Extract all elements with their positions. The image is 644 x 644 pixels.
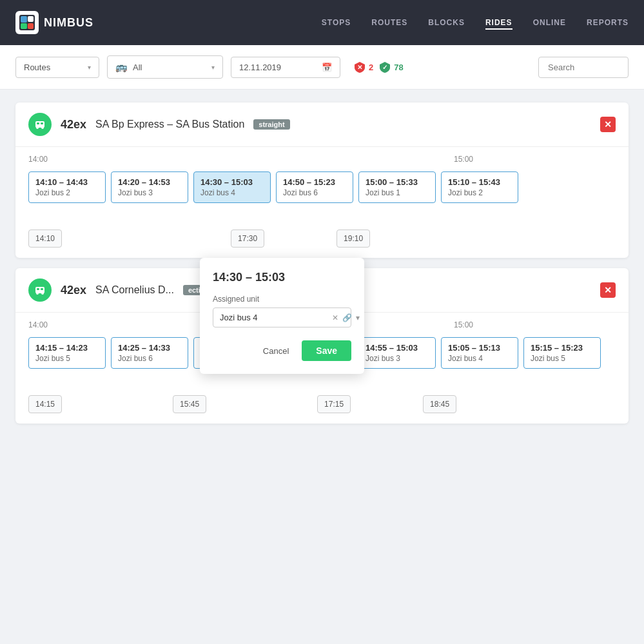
all-label: All — [133, 63, 142, 72]
svg-point-9 — [41, 126, 44, 129]
ride-bus: Jozi bus 2 — [448, 188, 511, 197]
assigned-unit-input[interactable] — [220, 313, 328, 322]
ride-time: 15:15 – 15:23 — [531, 343, 594, 353]
ride-card-2-7[interactable]: 15:15 – 15:23 Jozi bus 5 — [523, 337, 601, 369]
routes-select[interactable]: Routes ▾ — [15, 57, 99, 78]
timeline-1: 14:00 15:00 14:10 – 14:43 Jozi bus 2 14:… — [15, 147, 629, 258]
ride-card-1-6[interactable]: 15:10 – 15:43 Jozi bus 2 — [441, 171, 518, 203]
ride-popup: 14:30 – 15:03 Assigned unit ✕ 🔗 ▾ Cancel… — [200, 258, 364, 374]
bottom-time-2-1: 14:15 — [28, 395, 62, 413]
badge-red-count: 2 — [369, 63, 373, 72]
ride-bus: Jozi bus 6 — [283, 188, 346, 197]
ride-card-2-1[interactable]: 14:15 – 14:23 Jozi bus 5 — [28, 337, 106, 369]
close-route-2-button[interactable]: ✕ — [600, 282, 616, 298]
ride-card-1-3[interactable]: 14:30 – 15:03 Jozi bus 4 — [193, 171, 271, 203]
svg-rect-1 — [21, 16, 27, 23]
route-header-1: 42ex SA Bp Express – SA Bus Station stra… — [15, 102, 629, 147]
route-icon-1 — [28, 113, 52, 136]
bottom-times-2: 14:15 15:45 17:15 18:45 — [28, 389, 616, 413]
badge-green: ✓ 78 — [378, 61, 403, 73]
ride-bus: Jozi bus 3 — [366, 354, 429, 363]
ride-time: 14:30 – 15:03 — [200, 177, 264, 187]
ride-bus: Jozi bus 5 — [35, 354, 99, 363]
ride-bus: Jozi bus 2 — [35, 188, 99, 197]
date-picker[interactable]: 12.11.2019 📅 — [231, 57, 340, 78]
ride-bus: Jozi bus 4 — [448, 354, 511, 363]
svg-rect-3 — [28, 16, 34, 22]
ride-bus: Jozi bus 3 — [118, 188, 181, 197]
svg-rect-16 — [41, 288, 43, 290]
time-marker-14: 14:00 — [28, 155, 48, 164]
ride-time: 15:00 – 15:33 — [366, 177, 429, 187]
nav-stops[interactable]: STOPS — [322, 15, 351, 30]
ride-card-2-2[interactable]: 14:25 – 14:33 Jozi bus 6 — [111, 337, 188, 369]
logo: NIMBUS — [15, 11, 93, 34]
ride-card-1-1[interactable]: 14:10 – 14:43 Jozi bus 2 — [28, 171, 106, 203]
ride-time: 14:20 – 14:53 — [118, 177, 181, 187]
app-name: NIMBUS — [44, 16, 93, 30]
search-input[interactable] — [538, 57, 629, 78]
save-button[interactable]: Save — [302, 340, 351, 361]
ride-bus: Jozi bus 4 — [200, 188, 264, 197]
shield-red-icon: ✕ — [353, 61, 366, 73]
popup-title: 14:30 – 15:03 — [213, 271, 351, 284]
svg-point-8 — [36, 126, 39, 129]
routes-label: Routes — [24, 63, 50, 72]
ride-card-1-4[interactable]: 14:50 – 15:23 Jozi bus 6 — [276, 171, 353, 203]
ride-time: 15:05 – 15:13 — [448, 343, 511, 353]
routes-chevron-icon: ▾ — [88, 64, 91, 71]
route-name-1: SA Bp Express – SA Bus Station — [95, 119, 244, 130]
nav-online[interactable]: ONLINE — [533, 15, 566, 30]
svg-rect-11 — [41, 122, 43, 124]
nav-rides[interactable]: RIDES — [485, 15, 512, 30]
calendar-icon: 📅 — [322, 63, 332, 72]
popup-actions: Cancel Save — [213, 340, 351, 361]
cancel-button[interactable]: Cancel — [258, 342, 294, 360]
nav-reports[interactable]: REPORTS — [587, 15, 629, 30]
ride-bus: Jozi bus 6 — [118, 354, 181, 363]
ride-time: 14:25 – 14:33 — [118, 343, 181, 353]
nav-blocks[interactable]: BLOCKS — [428, 15, 465, 30]
ride-time: 14:10 – 14:43 — [35, 177, 99, 187]
all-routes-select[interactable]: 🚌 All ▾ — [107, 55, 223, 79]
clear-icon[interactable]: ✕ — [332, 313, 338, 322]
bottom-time-2-3: 17:15 — [317, 395, 351, 413]
bottom-time-2-2: 15:45 — [173, 395, 206, 413]
ride-time: 15:10 – 15:43 — [448, 177, 511, 187]
dropdown-arrow-icon[interactable]: ▾ — [356, 313, 360, 322]
main-nav: STOPS ROUTES BLOCKS RIDES ONLINE REPORTS — [322, 15, 629, 30]
ride-card-2-5[interactable]: 14:55 – 15:03 Jozi bus 3 — [358, 337, 436, 369]
route-number-1: 42ex — [61, 118, 86, 132]
time-marker-2-15: 15:00 — [454, 320, 473, 329]
nav-routes[interactable]: ROUTES — [371, 15, 407, 30]
time-markers-1: 14:00 15:00 — [28, 155, 616, 166]
link-icon[interactable]: 🔗 — [342, 313, 352, 322]
bottom-time-1-3: 19:10 — [337, 229, 370, 248]
ride-time: 14:15 – 14:23 — [35, 343, 99, 353]
all-chevron-icon: ▾ — [211, 64, 215, 71]
ride-time: 14:50 – 15:23 — [283, 177, 346, 187]
ride-card-1-5[interactable]: 15:00 – 15:33 Jozi bus 1 — [358, 171, 436, 203]
badge-red: ✕ 2 — [353, 61, 373, 73]
assigned-unit-input-row: ✕ 🔗 ▾ — [213, 307, 351, 327]
badge-group: ✕ 2 ✓ 78 — [348, 61, 409, 73]
ride-bus: Jozi bus 1 — [366, 188, 429, 197]
close-route-1-button[interactable]: ✕ — [600, 117, 616, 132]
toolbar: Routes ▾ 🚌 All ▾ 12.11.2019 📅 ✕ 2 ✓ 78 — [0, 45, 644, 90]
route-badge-1: straight — [253, 119, 289, 130]
ride-card-1-2[interactable]: 14:20 – 14:53 Jozi bus 3 — [111, 171, 188, 203]
bottom-time-2-4: 18:45 — [423, 395, 456, 413]
ride-time: 14:55 – 15:03 — [366, 343, 429, 353]
time-marker-15: 15:00 — [454, 155, 473, 164]
date-value: 12.11.2019 — [239, 63, 281, 72]
route-icon-2 — [28, 278, 52, 302]
route-number-2: 42ex — [61, 284, 86, 297]
svg-rect-10 — [37, 122, 39, 124]
svg-rect-15 — [37, 288, 39, 290]
svg-point-14 — [41, 292, 44, 295]
route-card-1: 42ex SA Bp Express – SA Bus Station stra… — [15, 102, 629, 258]
bottom-time-1-2: 17:30 — [231, 229, 264, 248]
ride-card-2-6[interactable]: 15:05 – 15:13 Jozi bus 4 — [441, 337, 518, 369]
svg-rect-4 — [28, 23, 34, 29]
time-marker-2-14: 14:00 — [28, 320, 48, 329]
